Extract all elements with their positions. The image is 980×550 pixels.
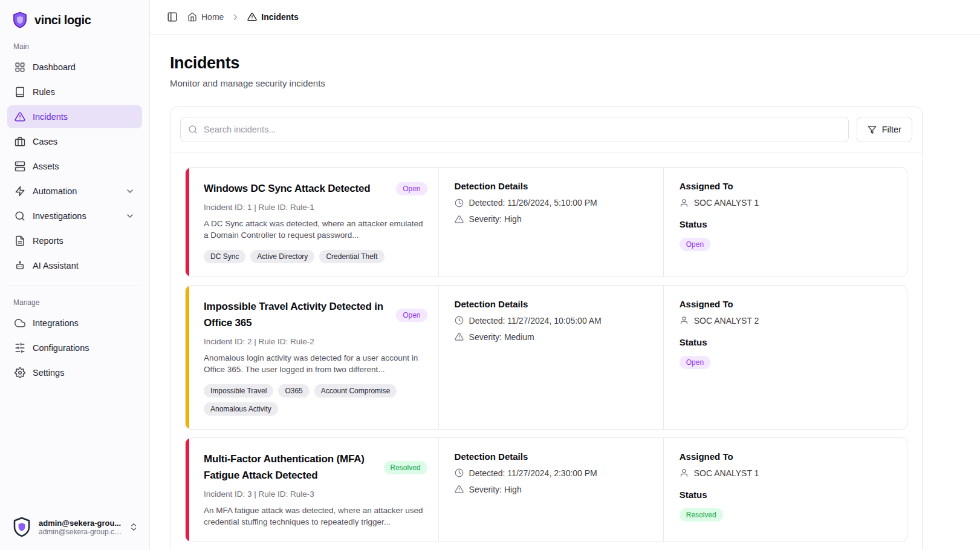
assigned-heading: Assigned To	[680, 299, 896, 309]
incident-description: A DC Sync attack was detected, where an …	[204, 218, 427, 241]
sidebar-item-automation[interactable]: Automation	[7, 180, 142, 203]
brand-shield-icon	[11, 11, 29, 29]
page-subtitle: Monitor and manage security incidents	[170, 78, 923, 88]
severity-value: Severity: Medium	[469, 332, 534, 342]
assignee-name: SOC ANALYST 1	[694, 468, 759, 478]
sidebar-item-label: Integrations	[33, 318, 135, 328]
briefcase-icon	[15, 136, 25, 147]
assignee-name: SOC ANALYST 1	[694, 198, 759, 208]
sidebar-item-ai-assistant[interactable]: AI Assistant	[7, 254, 142, 277]
chevron-down-icon	[125, 211, 135, 221]
sidebar-item-reports[interactable]: Reports	[7, 229, 142, 252]
tag: Impossible Travel	[204, 384, 273, 398]
status-heading: Status	[680, 337, 896, 347]
sidebar-item-label: Cases	[33, 137, 135, 146]
severity-row: Severity: Medium	[455, 332, 652, 342]
detected-value: Detected: 11/27/2024, 10:05:00 AM	[469, 316, 602, 326]
detected-row: Detected: 11/26/2024, 5:10:00 PM	[455, 198, 652, 208]
tag: Anomalous Activity	[204, 402, 278, 416]
user-icon	[680, 198, 689, 208]
severity-value: Severity: High	[469, 214, 522, 224]
severity-accent-bar	[186, 168, 189, 277]
incidents-panel: Filter Windows DC Sync Attack DetectedOp…	[170, 106, 923, 550]
assignee-row: SOC ANALYST 2	[680, 316, 896, 326]
sidebar-item-label: Assets	[33, 162, 135, 171]
detected-row: Detected: 11/27/2024, 10:05:00 AM	[455, 316, 652, 326]
severity-accent-bar	[186, 286, 189, 429]
sidebar-item-configurations[interactable]: Configurations	[7, 336, 142, 359]
sidebar-item-assets[interactable]: Assets	[7, 155, 142, 178]
breadcrumb-home[interactable]: Home	[187, 12, 224, 22]
status-badge: Open	[680, 238, 710, 251]
filter-button[interactable]: Filter	[857, 117, 912, 142]
main-area: Home Incidents Incidents Monitor and man…	[150, 0, 980, 550]
tag: Active Directory	[250, 250, 314, 263]
sidebar-item-label: Dashboard	[33, 62, 135, 72]
search-wrap	[180, 117, 849, 142]
incident-card[interactable]: Multi-Factor Authentication (MFA) Fatigu…	[185, 437, 907, 542]
sidebar-item-incidents[interactable]: Incidents	[7, 105, 142, 128]
incident-title: Multi-Factor Authentication (MFA) Fatigu…	[204, 451, 377, 484]
incidents-toolbar: Filter	[170, 107, 922, 152]
user-menu[interactable]: admin@sekera-grou... admin@sekera-group.…	[7, 511, 142, 543]
detection-details: Detection DetailsDetected: 11/26/2024, 5…	[438, 168, 663, 277]
clock-icon	[455, 198, 464, 208]
brand-name: vinci logic	[34, 13, 91, 27]
severity-row: Severity: High	[455, 485, 652, 494]
book-icon	[15, 87, 25, 97]
sidebar-item-investigations[interactable]: Investigations	[7, 205, 142, 228]
incident-card[interactable]: Impossible Travel Activity Detected in O…	[185, 285, 907, 430]
nav-section-manage: ManageIntegrationsConfigurationsSettings	[7, 286, 142, 384]
sidebar-item-integrations[interactable]: Integrations	[7, 312, 142, 335]
incident-summary: Impossible Travel Activity Detected in O…	[186, 286, 438, 429]
tag-list: DC SyncActive DirectoryCredential Theft	[204, 250, 427, 263]
alert-triangle-icon	[455, 485, 464, 494]
assigned-heading: Assigned To	[680, 181, 896, 191]
alert-triangle-icon	[15, 111, 25, 122]
assignment-details: Assigned ToSOC ANALYST 1StatusResolved	[663, 438, 907, 542]
search-input[interactable]	[180, 117, 849, 142]
settings-icon	[15, 367, 25, 378]
detection-heading: Detection Details	[455, 299, 652, 309]
sidebar-item-label: Automation	[33, 186, 118, 196]
sidebar: vinci logic MainDashboardRulesIncidentsC…	[0, 0, 150, 550]
assignment-details: Assigned ToSOC ANALYST 2StatusOpen	[663, 286, 907, 429]
assignee-row: SOC ANALYST 1	[680, 198, 896, 208]
chevron-down-icon	[125, 186, 135, 196]
detected-row: Detected: 11/27/2024, 2:30:00 PM	[455, 468, 652, 478]
bot-icon	[15, 260, 25, 271]
detected-value: Detected: 11/26/2024, 5:10:00 PM	[469, 198, 597, 208]
user-name: admin@sekera-grou...	[39, 519, 123, 528]
tag-list: Impossible TravelO365Account CompromiseA…	[204, 384, 427, 416]
breadcrumb-home-label: Home	[201, 12, 224, 22]
zap-icon	[15, 186, 25, 197]
page-title: Incidents	[170, 54, 923, 73]
severity-value: Severity: High	[469, 485, 522, 494]
breadcrumb-current: Incidents	[247, 12, 298, 22]
server-icon	[15, 161, 25, 172]
tag: DC Sync	[204, 250, 245, 263]
user-avatar-shield-icon	[11, 516, 33, 538]
assignment-details: Assigned ToSOC ANALYST 1StatusOpen	[663, 168, 907, 277]
severity-accent-bar	[186, 438, 189, 542]
assigned-heading: Assigned To	[680, 451, 896, 462]
sidebar-item-settings[interactable]: Settings	[7, 361, 142, 384]
user-email: admin@sekera-group.com	[39, 528, 123, 536]
incident-card[interactable]: Windows DC Sync Attack DetectedOpenIncid…	[185, 167, 907, 277]
incident-description: An MFA fatigue attack was detected, wher…	[204, 505, 427, 528]
user-texts: admin@sekera-grou... admin@sekera-group.…	[39, 519, 123, 536]
status-badge: Open	[680, 356, 710, 369]
detection-heading: Detection Details	[455, 181, 652, 191]
sidebar-toggle-button[interactable]	[164, 9, 180, 25]
filter-button-label: Filter	[882, 125, 901, 134]
detection-details: Detection DetailsDetected: 11/27/2024, 1…	[438, 286, 663, 429]
sidebar-item-rules[interactable]: Rules	[7, 80, 142, 103]
severity-row: Severity: High	[455, 214, 652, 224]
sidebar-item-cases[interactable]: Cases	[7, 130, 142, 153]
detected-value: Detected: 11/27/2024, 2:30:00 PM	[469, 468, 597, 478]
sidebar-item-dashboard[interactable]: Dashboard	[7, 56, 142, 79]
status-badge: Resolved	[680, 508, 723, 522]
status-heading: Status	[680, 219, 896, 229]
sidebar-nav: MainDashboardRulesIncidentsCasesAssetsAu…	[7, 35, 142, 386]
sidebar-item-label: Investigations	[33, 211, 118, 221]
